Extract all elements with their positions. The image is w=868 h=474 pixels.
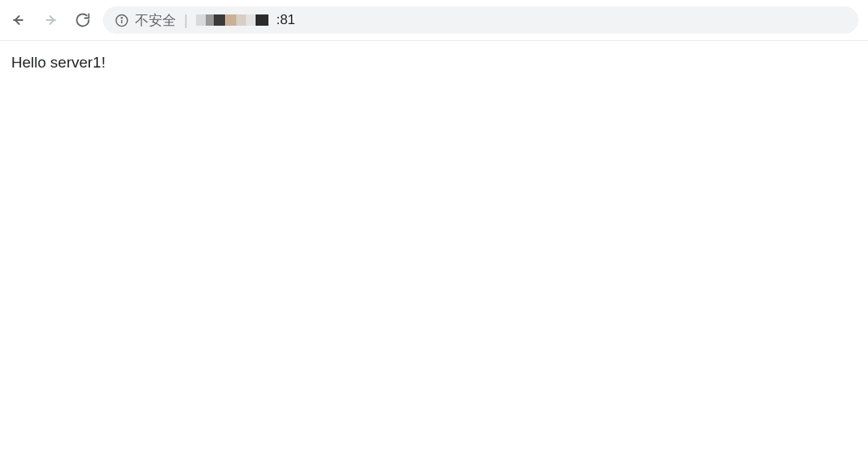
body-text: Hello server1!	[11, 54, 105, 71]
url-port: :81	[275, 12, 296, 28]
page-content: Hello server1!	[0, 41, 868, 84]
svg-point-4	[121, 17, 121, 18]
info-icon[interactable]	[114, 13, 129, 27]
browser-toolbar: 不安全 | :81	[0, 0, 868, 41]
arrow-right-icon	[43, 12, 59, 28]
back-button[interactable]	[10, 11, 27, 29]
forward-button[interactable]	[42, 11, 59, 29]
security-label: 不安全	[135, 11, 176, 30]
nav-buttons	[10, 11, 95, 29]
reload-button[interactable]	[74, 11, 92, 29]
reload-icon	[75, 12, 91, 28]
address-divider: |	[182, 12, 190, 29]
arrow-left-icon	[10, 12, 27, 28]
address-bar[interactable]: 不安全 | :81	[103, 6, 858, 34]
obscured-host	[196, 12, 268, 28]
